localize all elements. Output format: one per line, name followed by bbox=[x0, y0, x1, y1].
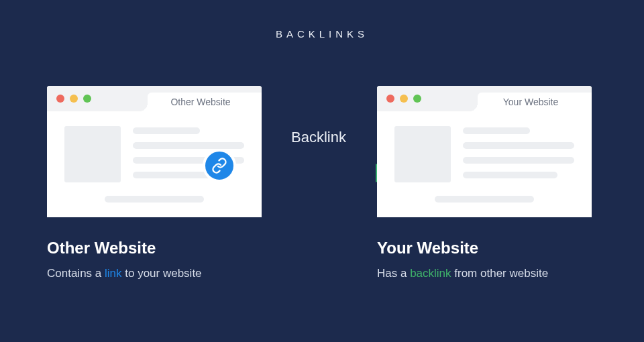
maximize-icon bbox=[83, 95, 91, 103]
maximize-icon bbox=[413, 95, 421, 103]
page-title: BACKLINKS bbox=[0, 28, 644, 40]
text-placeholder bbox=[463, 126, 574, 186]
caption-heading: Your Website bbox=[377, 239, 592, 258]
caption-highlight: link bbox=[105, 267, 122, 280]
caption-text: Has a backlink from other website bbox=[377, 267, 592, 280]
your-website-panel: Your Website Your Website Has a backlink… bbox=[377, 86, 592, 280]
tab-label: Other Website bbox=[170, 97, 238, 107]
browser-chrome: Other Website bbox=[47, 86, 262, 111]
your-website-caption: Your Website Has a backlink from other w… bbox=[377, 239, 592, 280]
minimize-icon bbox=[400, 95, 408, 103]
caption-prefix: Has a bbox=[377, 267, 410, 280]
browser-mockup-other: Other Website bbox=[47, 86, 262, 217]
arrow-label: Backlink bbox=[241, 129, 396, 146]
caption-suffix: to your website bbox=[122, 267, 202, 280]
caption-text: Contains a link to your website bbox=[47, 267, 262, 280]
other-website-caption: Other Website Contains a link to your we… bbox=[47, 239, 262, 280]
link-icon bbox=[203, 149, 236, 182]
close-icon bbox=[386, 95, 394, 103]
caption-prefix: Contains a bbox=[47, 267, 105, 280]
page-content bbox=[377, 111, 592, 217]
minimize-icon bbox=[70, 95, 78, 103]
browser-mockup-your: Your Website bbox=[377, 86, 592, 217]
backlink-arrow bbox=[241, 160, 396, 186]
text-placeholder-line bbox=[105, 196, 203, 203]
tab-label: Your Website bbox=[503, 97, 567, 107]
browser-chrome: Your Website bbox=[377, 86, 592, 111]
caption-heading: Other Website bbox=[47, 239, 262, 258]
close-icon bbox=[56, 95, 64, 103]
other-website-panel: Other Website Other Website bbox=[47, 86, 262, 280]
text-placeholder-line bbox=[435, 196, 533, 203]
browser-tab: Other Website bbox=[148, 93, 262, 111]
caption-suffix: from other website bbox=[451, 267, 549, 280]
window-controls bbox=[386, 95, 421, 103]
browser-tab: Your Website bbox=[478, 93, 592, 111]
image-placeholder bbox=[64, 126, 121, 182]
image-placeholder bbox=[394, 126, 451, 182]
window-controls bbox=[56, 95, 91, 103]
caption-highlight: backlink bbox=[410, 267, 451, 280]
